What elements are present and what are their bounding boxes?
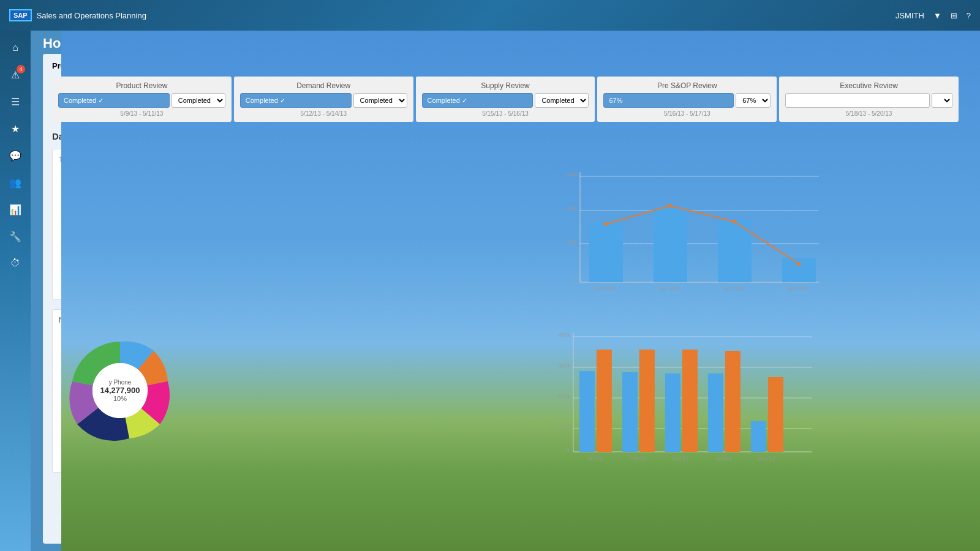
sap-logo: SAP	[9, 9, 32, 21]
svg-text:150k: 150k	[565, 171, 577, 178]
bar-mar-actual	[665, 373, 680, 452]
sidebar-item-tools[interactable]: 🔧	[4, 225, 26, 247]
svg-text:0: 0	[573, 277, 576, 283]
grid-icon[interactable]: ⊞	[951, 11, 957, 20]
sidebar-item-star[interactable]: ★	[4, 118, 26, 140]
top-bar: SAP Sales and Operations Planning JSMITH…	[0, 0, 980, 31]
svg-text:Q1 2014: Q1 2014	[723, 285, 745, 291]
page-wrapper: Home Process: Global IBP 05/09/2013 ▼ Pr…	[31, 31, 980, 551]
steps-row: Product Review Completed ✓ Completed 5/9…	[52, 77, 959, 122]
svg-text:May'13: May'13	[757, 455, 775, 462]
bar-jan-consensus	[596, 350, 611, 452]
sidebar-item-chart[interactable]: 📊	[4, 198, 26, 220]
top-right-nav: JSMITH ▼ ⊞ ?	[895, 11, 971, 20]
npi-actuals-svg: 400k 300k 200k 100k 0	[517, 329, 850, 464]
bar-apr-actual	[707, 373, 723, 452]
step-supply-review: Supply Review Completed ✓ Completed 5/15…	[416, 77, 595, 122]
svg-text:0: 0	[567, 447, 570, 453]
svg-text:100k: 100k	[565, 206, 577, 212]
sidebar-item-users[interactable]: 👥	[4, 171, 26, 193]
username[interactable]: JSMITH	[895, 11, 924, 20]
step-product-review-date: 5/9/13 - 5/11/13	[58, 110, 225, 117]
bar-apr-consensus	[725, 351, 740, 452]
step-product-review-title: Product Review	[58, 81, 225, 90]
step-executive-review-date: 5/18/13 - 5/20/13	[785, 110, 952, 117]
svg-text:200k: 200k	[558, 393, 570, 399]
step-product-review-dropdown[interactable]: Completed	[172, 93, 225, 108]
bar-q2-2014	[782, 258, 816, 282]
line-dot-3	[733, 220, 736, 223]
svg-text:50k: 50k	[568, 239, 577, 245]
bar-may-actual	[750, 421, 766, 452]
bar-may-consensus	[767, 377, 783, 452]
svg-text:Feb'13: Feb'13	[629, 455, 646, 462]
step-executive-review-dropdown[interactable]	[932, 93, 952, 108]
pie-center-label: y Phone	[109, 379, 132, 386]
sidebar-item-home[interactable]: ⌂	[4, 37, 26, 59]
line-dot-2	[668, 204, 672, 208]
bar-q3	[589, 223, 623, 282]
proj-inv-line	[606, 206, 799, 264]
bar-feb-actual	[622, 372, 637, 452]
step-presop-review-dropdown[interactable]: 67%	[736, 93, 771, 108]
step-product-review: Product Review Completed ✓ Completed 5/9…	[52, 77, 232, 122]
svg-text:Q4 2013: Q4 2013	[659, 285, 680, 291]
svg-text:Q2 2014: Q2 2014	[788, 285, 809, 291]
step-demand-review-dropdown[interactable]: Completed	[353, 93, 407, 108]
step-executive-review-btn[interactable]	[785, 93, 930, 108]
sidebar-item-list[interactable]: ☰	[4, 91, 26, 113]
step-supply-review-dropdown[interactable]: Completed	[535, 93, 589, 108]
dropdown-arrow[interactable]: ▼	[933, 11, 941, 20]
step-supply-review-title: Supply Review	[422, 81, 589, 90]
sidebar: ⌂ ⚠ 4 ☰ ★ 💬 👥 📊 🔧 ⏱	[0, 31, 31, 551]
step-product-review-btn[interactable]: Completed ✓	[58, 93, 170, 108]
sidebar-item-timer[interactable]: ⏱	[4, 252, 26, 274]
step-demand-review-btn[interactable]: Completed ✓	[240, 93, 352, 108]
bar-mar-consensus	[682, 350, 697, 452]
bar-feb-consensus	[639, 350, 654, 452]
help-icon[interactable]: ?	[967, 11, 971, 20]
main-layout: ⌂ ⚠ 4 ☰ ★ 💬 👥 📊 🔧 ⏱ Home Process: Global…	[0, 31, 980, 551]
app-title: Sales and Operations Planning	[37, 11, 146, 20]
step-supply-review-date: 5/15/13 - 5/16/13	[422, 110, 589, 117]
pie-center-text: y Phone 14,277,900 10%	[92, 363, 148, 418]
step-supply-review-btn[interactable]: Completed ✓	[422, 93, 533, 108]
sidebar-item-alert[interactable]: ⚠ 4	[4, 64, 26, 86]
svg-text:400k: 400k	[558, 332, 570, 338]
step-demand-review-title: Demand Review	[240, 81, 407, 90]
bar-q4	[654, 208, 687, 282]
svg-text:Mar'13: Mar'13	[672, 455, 688, 462]
bar-jan-actual	[579, 371, 594, 452]
svg-text:Apr'13: Apr'13	[715, 455, 731, 462]
step-presop-review-btn[interactable]: 67%	[603, 93, 734, 108]
sidebar-item-chat[interactable]: 💬	[4, 144, 26, 167]
pie-wrapper: y Phone 14,277,900 10%	[59, 329, 181, 452]
step-presop-review: Pre S&OP Review 67% 67% 5/16/13 - 5/17/1…	[597, 77, 777, 122]
svg-text:Jan'13: Jan'13	[586, 455, 602, 462]
svg-text:100k: 100k	[558, 424, 570, 430]
npi-target-svg: 150k 100k 50k 0	[517, 169, 864, 291]
pie-center-value: 14,277,900	[100, 386, 140, 395]
pie-center-pct: 10%	[113, 395, 127, 402]
step-executive-review-title: Executive Review	[785, 81, 952, 90]
step-executive-review: Executive Review 5/18/13 - 5/20/13	[779, 77, 959, 122]
svg-text:300k: 300k	[558, 362, 570, 369]
step-presop-review-title: Pre S&OP Review	[603, 81, 771, 90]
step-demand-review: Demand Review Completed ✓ Completed 5/12…	[234, 77, 413, 122]
alert-badge: 4	[17, 65, 25, 73]
line-dot-4	[797, 262, 801, 266]
step-presop-review-date: 5/16/13 - 5/17/13	[603, 110, 771, 117]
step-demand-review-date: 5/12/13 - 5/14/13	[240, 110, 407, 117]
svg-text:Q3 2013: Q3 2013	[595, 285, 616, 291]
line-dot-1	[604, 222, 608, 226]
